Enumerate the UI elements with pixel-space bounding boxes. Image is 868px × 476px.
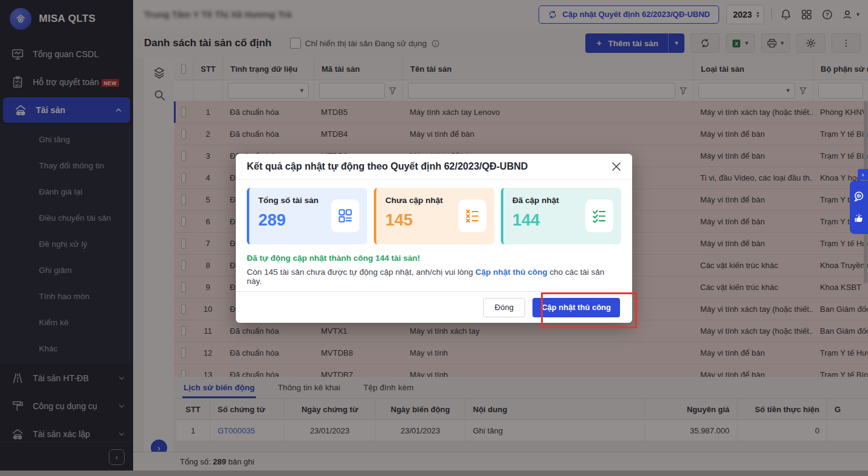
modal-footer: Đóng Cập nhật thủ công	[236, 291, 632, 323]
x-list-icon	[458, 199, 486, 232]
success-message: Đã tự động cập nhật thành công 144 tài s…	[247, 254, 621, 263]
feedback-widget: ›	[850, 169, 868, 234]
manual-update-link[interactable]: Cập nhật thủ công	[475, 267, 548, 277]
close-button[interactable]: Đóng	[483, 298, 525, 317]
manual-update-button[interactable]: Cập nhật thủ công	[532, 298, 620, 317]
modal-header: Kết quả cập nhật tự động theo Quyết định…	[236, 154, 632, 180]
close-icon[interactable]	[611, 162, 621, 171]
chat-audio-icon[interactable]	[853, 190, 865, 202]
grid-list-icon	[331, 199, 359, 232]
modal-summary-cards: Tổng số tài sản 289 Chưa cập nhật 145 Đã…	[236, 180, 632, 244]
thumbs-up-stars-icon[interactable]	[853, 212, 865, 224]
note-message: Còn 145 tài sản chưa được tự động cập nh…	[247, 267, 621, 286]
widget-collapse-icon[interactable]: ›	[858, 169, 868, 180]
card-not-updated: Chưa cập nhật 145	[374, 188, 494, 244]
widget-panel	[850, 181, 868, 234]
card-total-assets: Tổng số tài sản 289	[247, 188, 367, 244]
update-result-modal: Kết quả cập nhật tự động theo Quyết định…	[236, 154, 632, 323]
modal-title: Kết quả cập nhật tự động theo Quyết định…	[247, 161, 528, 172]
check-list-icon	[585, 199, 613, 232]
app-root: MISA QLTS Tổng quan CSDLHỗ trợ quyết toá…	[0, 0, 868, 476]
card-updated: Đã cập nhật 144	[501, 188, 621, 244]
